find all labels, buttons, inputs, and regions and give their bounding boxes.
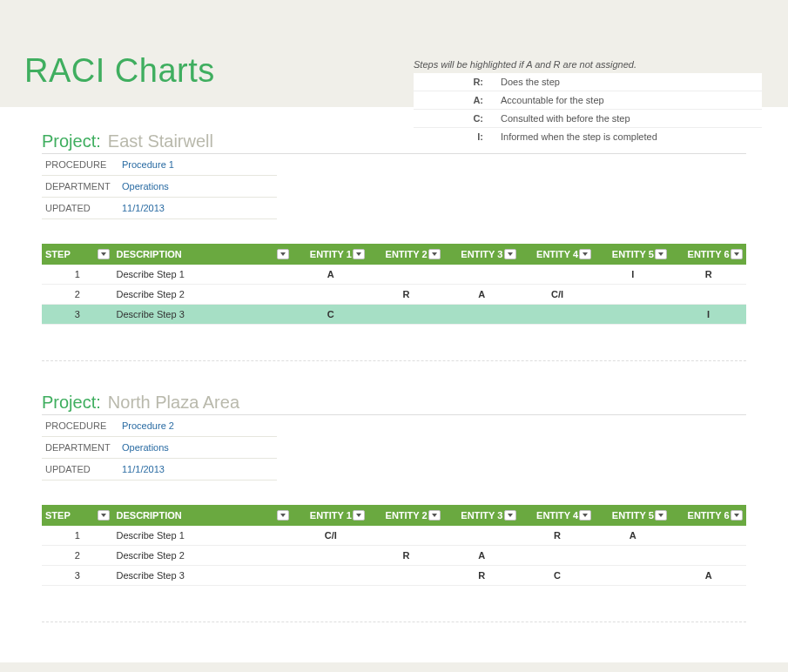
meta-table: PROCEDUREProcedure 2DEPARTMENTOperations… [42, 415, 277, 480]
meta-label: PROCEDURE [42, 415, 118, 437]
col-step: STEP [42, 505, 113, 526]
filter-dropdown-icon[interactable] [579, 510, 591, 521]
project-heading: Project:North Plaza Area [42, 393, 746, 415]
cell-entity[interactable] [293, 566, 368, 586]
cell-entity[interactable] [595, 566, 670, 586]
table-row[interactable]: 1Describe Step 1AIR [42, 265, 746, 285]
cell-step-number[interactable]: 2 [42, 285, 113, 305]
table-row[interactable]: 1Describe Step 1C/IRA [42, 526, 746, 546]
filter-dropdown-icon[interactable] [579, 249, 591, 259]
filter-dropdown-icon[interactable] [504, 510, 516, 521]
cell-entity[interactable]: R [368, 285, 444, 305]
filter-dropdown-icon[interactable] [428, 249, 441, 259]
filter-dropdown-icon[interactable] [277, 510, 289, 521]
cell-description[interactable]: Describe Step 1 [113, 526, 293, 546]
cell-entity[interactable]: I [595, 265, 670, 285]
meta-value[interactable]: 11/1/2013 [118, 459, 277, 480]
cell-step-number[interactable]: 3 [42, 566, 113, 586]
cell-entity[interactable]: R [368, 546, 444, 566]
filter-dropdown-icon[interactable] [731, 510, 743, 521]
cell-entity[interactable]: R [670, 265, 746, 285]
cell-entity[interactable] [520, 546, 596, 566]
meta-row: DEPARTMENTOperations [42, 176, 277, 198]
table-row[interactable]: 3Describe Step 3RCA [42, 566, 746, 586]
cell-entity[interactable] [670, 546, 746, 566]
cell-entity[interactable] [520, 265, 596, 285]
cell-entity[interactable]: C [520, 566, 596, 586]
cell-description[interactable]: Describe Step 3 [113, 566, 293, 586]
cell-entity[interactable]: A [444, 546, 520, 566]
legend-key: R: [448, 77, 501, 87]
cell-description[interactable]: Describe Step 2 [113, 546, 293, 566]
legend-value: Accountable for the step [501, 95, 753, 105]
cell-entity[interactable]: C [293, 305, 368, 325]
cell-entity[interactable]: A [595, 526, 670, 546]
cell-entity[interactable] [368, 566, 444, 586]
cell-entity[interactable] [293, 285, 368, 305]
filter-dropdown-icon[interactable] [655, 249, 667, 259]
filter-dropdown-icon[interactable] [98, 249, 110, 259]
cell-entity[interactable] [670, 526, 746, 546]
col-description-label: DESCRIPTION [117, 249, 182, 259]
cell-entity[interactable] [368, 526, 444, 546]
cell-entity[interactable]: A [670, 566, 746, 586]
filter-dropdown-icon[interactable] [353, 249, 365, 259]
filter-dropdown-icon[interactable] [98, 510, 110, 521]
filter-dropdown-icon[interactable] [504, 249, 516, 259]
meta-table: PROCEDUREProcedure 1DEPARTMENTOperations… [42, 154, 277, 219]
cell-entity[interactable] [444, 265, 520, 285]
filter-dropdown-icon[interactable] [731, 249, 743, 259]
col-entity-4-label: ENTITY 4 [536, 510, 578, 521]
meta-value[interactable]: 11/1/2013 [118, 198, 277, 219]
meta-value[interactable]: Procedure 2 [118, 415, 277, 437]
cell-entity[interactable]: A [293, 265, 368, 285]
col-entity-2: ENTITY 2 [368, 505, 444, 526]
cell-entity[interactable]: C/I [293, 526, 368, 546]
cell-entity[interactable] [368, 305, 444, 325]
cell-entity[interactable]: R [520, 526, 596, 546]
filter-dropdown-icon[interactable] [655, 510, 667, 521]
table-row[interactable]: 2Describe Step 2RA [42, 546, 746, 566]
cell-entity[interactable] [444, 305, 520, 325]
filter-dropdown-icon[interactable] [353, 510, 365, 521]
cell-entity[interactable] [595, 305, 670, 325]
cell-entity[interactable]: I [670, 305, 746, 325]
divider [42, 360, 746, 361]
cell-entity[interactable] [670, 285, 746, 305]
cell-description[interactable]: Describe Step 1 [113, 265, 293, 285]
col-entity-5: ENTITY 5 [595, 505, 670, 526]
col-step: STEP [42, 244, 113, 265]
cell-entity[interactable]: R [444, 566, 520, 586]
meta-value[interactable]: Operations [118, 437, 277, 459]
cell-entity[interactable] [520, 305, 596, 325]
col-step-label: STEP [45, 249, 71, 259]
cell-step-number[interactable]: 2 [42, 546, 113, 566]
col-entity-3-label: ENTITY 3 [461, 249, 502, 259]
filter-dropdown-icon[interactable] [277, 249, 289, 259]
cell-entity[interactable] [595, 285, 670, 305]
cell-entity[interactable] [293, 546, 368, 566]
meta-value[interactable]: Procedure 1 [118, 154, 277, 176]
meta-value[interactable]: Operations [118, 176, 277, 198]
table-row[interactable]: 3Describe Step 3CI [42, 305, 746, 325]
legend-key: I: [448, 131, 501, 142]
legend-key: A: [448, 95, 501, 105]
cell-entity[interactable]: A [444, 285, 520, 305]
col-entity-4: ENTITY 4 [520, 244, 596, 265]
cell-entity[interactable] [444, 526, 520, 546]
cell-description[interactable]: Describe Step 3 [113, 305, 293, 325]
filter-dropdown-icon[interactable] [428, 510, 441, 521]
cell-step-number[interactable]: 3 [42, 305, 113, 325]
cell-entity[interactable] [368, 265, 444, 285]
cell-step-number[interactable]: 1 [42, 265, 113, 285]
table-row[interactable]: 2Describe Step 2RAC/I [42, 285, 746, 305]
meta-row: UPDATED11/1/2013 [42, 459, 277, 480]
cell-entity[interactable] [595, 546, 670, 566]
cell-entity[interactable]: C/I [520, 285, 596, 305]
col-entity-2-label: ENTITY 2 [386, 510, 428, 521]
cell-step-number[interactable]: 1 [42, 526, 113, 546]
col-entity-3: ENTITY 3 [444, 505, 520, 526]
cell-description[interactable]: Describe Step 2 [113, 285, 293, 305]
col-entity-3: ENTITY 3 [444, 244, 520, 265]
steps-header-row: STEPDESCRIPTIONENTITY 1ENTITY 2ENTITY 3E… [42, 505, 746, 526]
